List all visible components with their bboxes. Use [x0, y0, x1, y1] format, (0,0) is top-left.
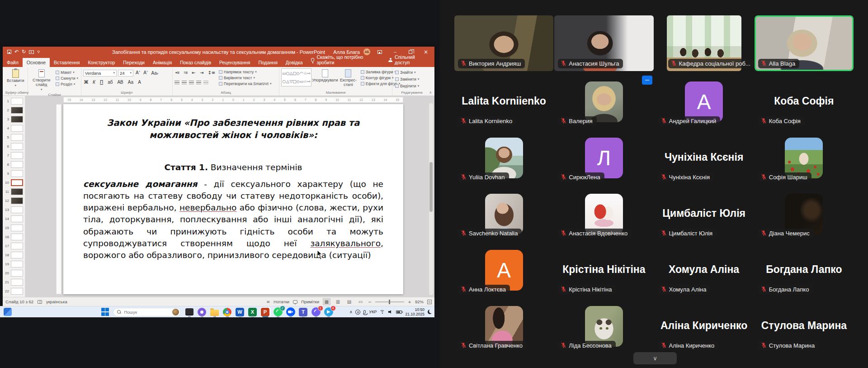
fit-slide-icon[interactable]: [427, 300, 432, 304]
ribbon-item-Перетворити на SmartArt[interactable]: Перетворити на SmartArt▾: [218, 81, 272, 86]
font-button-П[interactable]: П: [99, 80, 104, 85]
participant-tile[interactable]: Ліда Бессонова: [554, 305, 653, 353]
columns-icon[interactable]: [203, 81, 208, 85]
ribbon-item-Знайти[interactable]: Знайти▾: [394, 70, 429, 75]
slide-thumbnail-10[interactable]: 10: [3, 178, 25, 187]
language-switcher[interactable]: УКР: [369, 310, 377, 314]
reading-view-button[interactable]: ▤: [345, 298, 353, 305]
shape-icon[interactable]: ○: [286, 71, 290, 76]
slide-thumbnail-7[interactable]: 7: [3, 151, 25, 160]
slide-thumbnail-2[interactable]: 2: [3, 105, 25, 115]
shape-icon[interactable]: ○: [282, 79, 286, 84]
arrange-button[interactable]: Упорядкувати: [313, 68, 337, 90]
bullets-icon[interactable]: •≡: [175, 70, 180, 75]
align-center-icon[interactable]: [182, 81, 187, 85]
ribbon-item-Вирівняти текст[interactable]: Вирівняти текст▾: [218, 75, 272, 81]
ribbon-item-Виділити[interactable]: Виділити▾: [394, 83, 429, 89]
participant-tile[interactable]: ААнна Локтєва: [454, 249, 553, 297]
viber-taskbar-icon[interactable]: 1: [311, 307, 321, 317]
tab-Вставлення[interactable]: Вставлення: [50, 58, 84, 67]
slide-thumbnail-15[interactable]: 15: [3, 223, 25, 232]
participant-tile[interactable]: Аліна КириченкоАліна Кириченко: [655, 305, 754, 353]
shape-icon[interactable]: □: [292, 71, 297, 76]
shape-icon[interactable]: △: [289, 71, 292, 76]
clear-formatting-button[interactable]: Аа▾: [150, 71, 159, 76]
slide-thumbnail-5[interactable]: 5: [3, 133, 25, 142]
shape-icon[interactable]: ▭: [282, 71, 286, 76]
customize-qat-icon[interactable]: ▿: [37, 49, 40, 54]
line-spacing-icon[interactable]: ↕≡: [207, 70, 216, 75]
zoom-taskbar-icon[interactable]: [285, 307, 296, 317]
slide-thumbnail-21[interactable]: 21: [3, 277, 25, 287]
excel-taskbar-icon[interactable]: X: [247, 307, 258, 317]
battery-icon[interactable]: [396, 311, 402, 314]
app-purple-taskbar-icon[interactable]: [197, 307, 208, 317]
slide-scrollbar[interactable]: [429, 103, 433, 295]
normal-view-button[interactable]: ▦: [323, 298, 330, 305]
slide-thumbnail-17[interactable]: 17: [3, 241, 25, 250]
participant-tile[interactable]: Виктория Андрияш: [454, 15, 553, 71]
tab-Подання[interactable]: Подання: [254, 58, 281, 67]
slide-thumbnail-13[interactable]: 13: [3, 205, 25, 214]
widgets-icon[interactable]: [4, 308, 12, 316]
quick-styles-button[interactable]: Експрес-стилі: [339, 68, 358, 90]
slide-thumbnail-16[interactable]: 16: [3, 232, 25, 241]
participant-tile[interactable]: Стулова МаринаСтулова Марина: [755, 305, 854, 353]
word-taskbar-icon[interactable]: W: [235, 307, 245, 317]
font-button-А[interactable]: А: [137, 80, 142, 85]
slide-thumbnail-6[interactable]: 6: [3, 142, 25, 151]
close-button[interactable]: ×: [420, 47, 432, 57]
tab-Показ слайдів[interactable]: Показ слайдів: [176, 58, 215, 67]
slide-thumbnail-12[interactable]: 12: [3, 196, 25, 205]
shape-icon[interactable]: ☆: [303, 71, 307, 76]
slide-sorter-view-button[interactable]: ▥: [334, 298, 342, 305]
notes-button[interactable]: Нотатки: [274, 299, 289, 304]
shape-icon[interactable]: ⇨: [307, 79, 311, 84]
participant-tile[interactable]: Діана Чемерис: [755, 193, 854, 241]
participant-tile[interactable]: Анастасія Вдовіченко: [554, 193, 653, 241]
redo-icon[interactable]: ↻: [22, 49, 26, 54]
tray-chevron-up-icon[interactable]: ∧: [349, 310, 353, 314]
shrink-font-button[interactable]: А˅: [142, 70, 149, 75]
font-button-К[interactable]: К: [92, 80, 96, 85]
participant-tile[interactable]: Крістіна НікітінаКрістіна Нікітіна: [554, 249, 653, 297]
participant-tile[interactable]: Богдана ЛапкоБогдана Лапко: [755, 249, 854, 297]
chrome-taskbar-icon[interactable]: [222, 307, 233, 317]
shape-icon[interactable]: △: [286, 79, 289, 84]
ribbon-item-Скинути[interactable]: Скинути▾: [55, 76, 79, 81]
shape-icon[interactable]: ⇨: [307, 71, 311, 76]
tab-Основне[interactable]: Основне: [23, 58, 50, 67]
shape-icon[interactable]: ◠: [300, 71, 303, 76]
search-input[interactable]: [123, 309, 166, 315]
whatsapp-taskbar-icon[interactable]: 2: [273, 307, 283, 317]
grow-font-button[interactable]: А˄: [135, 70, 141, 75]
slide-thumbnail-11[interactable]: 11: [3, 187, 25, 196]
font-name-select[interactable]: Verdana ▾: [83, 70, 117, 76]
participant-tile[interactable]: Цимбаліст ЮліяЦимбаліст Юлія: [655, 193, 754, 241]
ribbon-item-Розділ[interactable]: Розділ▾: [55, 81, 79, 87]
participant-tile[interactable]: Хомула АлінаХомула Аліна: [655, 249, 754, 297]
tab-Анімація[interactable]: Анімація: [149, 58, 176, 67]
powerpoint-taskbar-icon[interactable]: P: [260, 307, 271, 317]
slide-thumbnail-4[interactable]: 4: [3, 124, 25, 133]
numbering-icon[interactable]: ¹≡: [183, 70, 189, 75]
justify-icon[interactable]: [196, 81, 201, 85]
slide-thumbnail-panel[interactable]: 12345678910111213141516171819202122: [3, 96, 25, 297]
paste-button[interactable]: Вставити ▾: [5, 68, 26, 90]
ribbon-item-Замінити[interactable]: Замінити▾: [394, 76, 429, 82]
participant-tile[interactable]: Софія Шариш: [755, 137, 854, 185]
spellcheck-icon[interactable]: [38, 300, 42, 304]
slide-thumbnail-19[interactable]: 19: [3, 259, 25, 268]
wifi-icon[interactable]: [380, 310, 385, 314]
telegram-taskbar-icon[interactable]: 4: [323, 307, 334, 317]
account-name[interactable]: Алла Блага: [333, 49, 360, 55]
ribbon-display-options-icon[interactable]: [374, 47, 386, 57]
tab-Довідка[interactable]: Довідка: [282, 58, 307, 67]
more-options-button[interactable]: ...: [642, 76, 652, 85]
participant-tile[interactable]: Yuliia Dovhan: [454, 137, 553, 185]
file-explorer-taskbar-icon[interactable]: [209, 307, 220, 317]
taskbar-search[interactable]: [113, 308, 181, 316]
participant-tile[interactable]: Lalita KorniienkoLalita Korniienko: [454, 81, 553, 129]
restore-button[interactable]: [405, 47, 416, 57]
comments-button[interactable]: Примітки: [301, 299, 319, 304]
